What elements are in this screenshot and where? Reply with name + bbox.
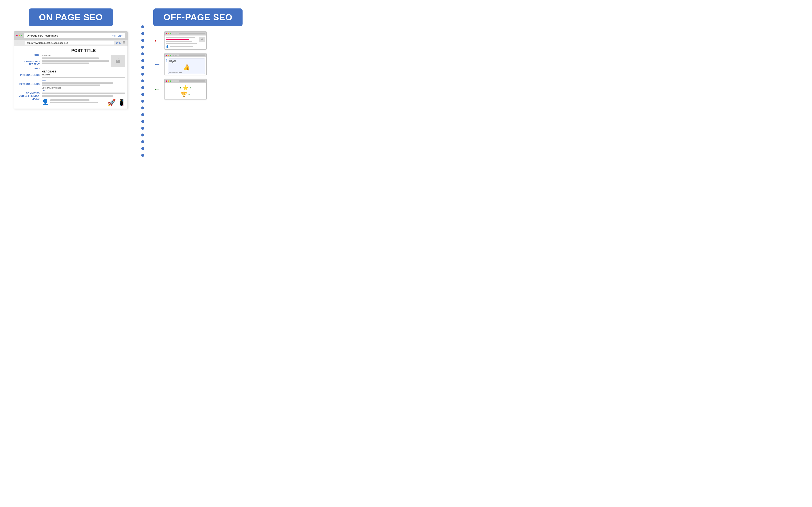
browser-dots [16,35,22,36]
off-page-seo-title: OFF-PAGE SEO [153,8,243,26]
headings-label: HEADINGS [42,70,125,73]
dot-8 [141,73,144,76]
title-tag: <TITLE> [112,34,122,37]
browser-tab: On-Page SEO Techniques <TITLE> [24,34,125,38]
browser-content: <H1> CONTENT SEO ALT TEXT <H2> INTERNAL … [14,46,128,109]
mini-nav-3: ← → [172,80,177,82]
dot-15 [141,120,144,123]
mini-gray-2 [166,41,192,42]
sparkle-icon-2: ✦ [190,87,192,89]
url-text: https://www.reliablesoft.net/on-page-seo [27,42,68,44]
person-icon: 👤 [42,99,49,105]
dot-2 [141,32,144,35]
mini-url-bar-3 [179,80,205,82]
browser-top-bar: On-Page SEO Techniques <TITLE> [14,32,128,40]
mini-dot-g-1 [170,33,171,34]
blue-arrow-icon: ← [153,60,161,69]
mini-gray-4 [169,46,193,47]
link-label: LINK [42,79,125,81]
mini-browser-top-1: ← → [164,32,206,36]
thumbs-up-icon: 👍 [169,63,204,72]
thumbs-certificate-icon: 🏆 [181,92,187,97]
social-card: Blog PostLong title 👍 Like Comment Share [168,59,205,74]
dot-red [16,35,17,36]
mobile-friendly-label: MOBILE FRIENDLY [18,95,40,97]
seo-labels: <H1> CONTENT SEO ALT TEXT <H2> INTERNAL … [16,48,40,107]
gray-bar-10 [50,102,98,103]
dot-6 [141,59,144,62]
mini-browser-top-2: ← → [164,53,206,57]
social-card-title: Blog PostLong title [169,60,204,62]
mini-red-bar [166,39,189,40]
dot-4 [141,46,144,49]
image-placeholder: 🏔 [111,55,125,67]
long-tail-label: LONG TAIL KEYWORDS [42,87,125,89]
mini-nav-1: ← → [172,32,177,35]
share-action: Share [179,72,182,73]
mini-nav-2: ← → [172,54,177,56]
mobile-icon: 📱 [117,99,125,106]
browser-mockup: On-Page SEO Techniques <TITLE> ← → https… [14,31,128,109]
social-actions: Like Comment Share [169,72,204,73]
red-arrow-icon: ← [153,36,161,45]
nav-arrows: ← → [16,41,23,45]
dot-18 [141,140,144,143]
mini-img-1: 🏔 [199,37,205,42]
mini-browser-body-1: 🏔 👤 [164,36,206,49]
mini-gray-3 [166,43,197,44]
page-content: POST TITLE KEYWORD 🏔 [42,48,125,107]
dot-14 [141,113,144,116]
gray-bar-4 [42,77,125,78]
mini-gray-1 [166,37,195,38]
dot-yellow [18,35,20,36]
content-seo-label: CONTENT SEO [23,60,40,63]
mini-dot-g-2 [170,55,171,56]
mini-dot-r-3 [166,80,167,82]
dot-11 [141,93,144,96]
dot-7 [141,66,144,69]
green-arrow-icon: ← [153,85,161,94]
dot-20 [141,154,144,157]
alt-text-label: ALT TEXT [29,63,40,66]
bottom-area: 👤 🚀 📱 [42,99,125,107]
mini-dot-y-1 [168,33,169,34]
dot-12 [141,100,144,103]
mountain-icon: 🏔 [115,58,120,64]
mini-dot-g-3 [170,80,171,82]
off-page-row-1: ← ← → [153,31,291,50]
dot-13 [141,107,144,109]
off-page-items: ← ← → [153,31,291,100]
website-mockup-1: ← → 🏔 [164,31,207,50]
post-title: POST TITLE [42,48,125,53]
dot-green [21,35,22,36]
review-body: ✦ ⭐ ✦ 🏆 ✦ [164,83,206,100]
mini-mountain-icon: 🏔 [201,38,203,41]
like-action: Like [169,72,171,73]
mini-dot-y-2 [168,55,169,56]
dot-5 [141,52,144,55]
hamburger-icon: ☰ [122,41,125,45]
off-page-seo-section: OFF-PAGE SEO ← ← → [149,8,291,100]
dot-9 [141,79,144,82]
link2-label: LINK [42,90,125,92]
on-page-seo-section: ON PAGE SEO On-Page SEO Techniques <TITL… [5,8,136,109]
dot-3 [141,39,144,42]
comments-label: COMMENTS [26,92,40,95]
tab-text: On-Page SEO Techniques [27,34,58,37]
sparkle-icon-3: ✦ [188,93,190,96]
gray-bar-6 [42,84,100,86]
url-label: URL [116,42,121,44]
gray-bar-2 [42,60,109,62]
gray-bar-9 [50,99,90,101]
speed-label: SPEED [32,98,40,100]
dot-1 [141,25,144,28]
off-page-row-3: ← ← → ✦ ⭐ ✦ [153,79,291,100]
content-image-area: KEYWORD 🏔 [42,55,125,67]
gray-bar-8 [42,95,113,97]
social-body: f Blog PostLong title 👍 Like Comment Sha… [164,57,206,75]
social-mockup: ← → f Blog PostLong title 👍 Like Comment… [164,53,207,75]
gray-bar-5 [42,82,113,83]
text-blocks: KEYWORD [42,55,109,67]
mini-dot-r-2 [166,55,167,56]
external-links-label: EXTERNAL LINKS [19,83,40,86]
